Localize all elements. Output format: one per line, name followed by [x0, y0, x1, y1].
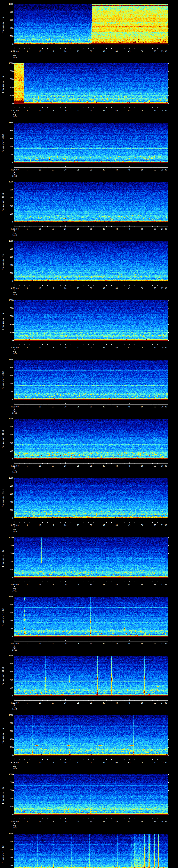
- x-tick-label: 10: [36, 50, 43, 53]
- x-axis-minor-tick: [109, 463, 109, 464]
- x-axis-minor-tick: [37, 404, 37, 404]
- x-axis-major-tick: [78, 759, 79, 760]
- x-tick-label: 15: [49, 110, 56, 112]
- y-tick-label: 0: [6, 458, 13, 460]
- x-tick-label: 35: [100, 702, 107, 704]
- x-axis-major-tick: [78, 818, 79, 819]
- x-axis-major-tick: [27, 759, 27, 760]
- y-tick-label: 1000: [6, 477, 13, 479]
- y-tick-label: 600: [6, 612, 13, 614]
- x-axis-minor-tick: [101, 700, 101, 701]
- x-axis-minor-tick: [58, 818, 58, 819]
- x-axis-minor-tick: [35, 700, 35, 701]
- x-axis-minor-tick: [55, 226, 55, 226]
- y-axis-label: Frequency (Hz): [2, 300, 5, 341]
- y-tick-mark-right: [168, 613, 169, 613]
- y-tick-label: 400: [6, 798, 13, 800]
- x-axis-minor-tick: [140, 582, 140, 582]
- y-tick-label: 0: [6, 399, 13, 401]
- x-axis-date-line: 2015: [8, 530, 22, 533]
- x-axis-major-tick: [91, 403, 91, 404]
- x-axis-minor-tick: [55, 759, 55, 760]
- y-axis-label: Frequency (Hz): [2, 4, 5, 44]
- x-axis-minor-tick: [19, 463, 20, 464]
- x-axis-minor-tick: [35, 759, 35, 760]
- y-tick-label: 400: [6, 264, 13, 266]
- x-axis-minor-tick: [132, 344, 132, 345]
- y-tick-mark-right: [168, 63, 169, 64]
- x-axis-minor-tick: [17, 344, 17, 345]
- x-axis-major-tick: [91, 700, 91, 701]
- x-tick-label: 20: [62, 228, 69, 230]
- y-tick-label: 400: [6, 620, 13, 622]
- y-tick-label: 800: [6, 545, 13, 547]
- x-axis-minor-tick: [150, 700, 150, 701]
- x-axis-minor-tick: [19, 759, 20, 760]
- x-axis-minor-tick: [137, 404, 137, 404]
- x-axis-minor-tick: [152, 759, 153, 760]
- x-axis-minor-tick: [109, 759, 109, 760]
- y-tick-mark-right: [168, 849, 169, 850]
- x-axis-minor-tick: [150, 404, 150, 404]
- y-tick-mark-right: [168, 103, 169, 104]
- x-axis-minor-tick: [50, 167, 50, 167]
- x-axis-minor-tick: [157, 641, 158, 641]
- x-axis-minor-tick: [114, 582, 114, 582]
- x-axis-minor-tick: [83, 641, 84, 641]
- x-axis-minor-tick: [93, 344, 94, 345]
- x-axis-minor-tick: [101, 344, 101, 345]
- x-axis-minor-tick: [35, 404, 35, 404]
- x-axis-major-tick: [27, 107, 27, 108]
- x-axis-minor-tick: [83, 48, 84, 49]
- x-axis-minor-tick: [76, 226, 76, 226]
- x-axis-minor-tick: [50, 641, 50, 641]
- x-end-time-label: 26:00: [157, 228, 171, 230]
- x-axis-minor-tick: [35, 285, 35, 286]
- x-tick-label: 45: [126, 346, 133, 349]
- x-axis-minor-tick: [135, 285, 135, 286]
- x-axis-major-tick: [14, 462, 14, 464]
- x-axis-line: [14, 108, 168, 108]
- x-axis-minor-tick: [83, 582, 84, 582]
- x-axis-minor-tick: [70, 522, 71, 523]
- y-tick-mark-right: [168, 308, 169, 309]
- y-tick-mark-right: [168, 494, 169, 494]
- x-tick-label: 40: [113, 702, 120, 704]
- y-tick-label: 600: [6, 256, 13, 258]
- y-tick-label: 800: [6, 307, 13, 309]
- x-axis-minor-tick: [19, 641, 20, 641]
- x-tick-label: 15: [49, 287, 56, 289]
- x-axis-minor-tick: [70, 641, 71, 641]
- x-axis-major-tick: [14, 640, 14, 641]
- x-axis-minor-tick: [76, 107, 76, 108]
- x-axis-major-tick: [14, 581, 14, 582]
- x-tick-label: 25: [75, 584, 82, 586]
- x-axis-minor-tick: [37, 759, 37, 760]
- x-axis-minor-tick: [152, 107, 153, 108]
- y-tick-label: 0: [6, 636, 13, 638]
- x-axis-minor-tick: [127, 700, 127, 701]
- x-axis-major-tick: [155, 344, 155, 345]
- x-axis-minor-tick: [101, 463, 101, 464]
- x-axis-minor-tick: [127, 404, 127, 404]
- x-axis-minor-tick: [127, 522, 127, 523]
- x-axis-minor-tick: [58, 285, 58, 286]
- x-axis-major-tick: [53, 166, 53, 167]
- x-axis-minor-tick: [114, 107, 114, 108]
- x-axis-minor-tick: [140, 759, 140, 760]
- x-axis-minor-tick: [17, 48, 17, 49]
- x-tick-label: 40: [113, 228, 120, 230]
- x-tick-label: 30: [88, 584, 94, 586]
- y-tick-label: 800: [6, 781, 13, 783]
- spectrogram-heatmap: [14, 300, 168, 341]
- x-axis-minor-tick: [135, 522, 135, 523]
- y-tick-label: 1000: [6, 655, 13, 657]
- x-tick-label: 15: [49, 346, 56, 349]
- x-axis-minor-tick: [96, 404, 96, 404]
- x-axis-minor-tick: [152, 522, 153, 523]
- x-axis-minor-tick: [157, 522, 158, 523]
- x-axis-minor-tick: [32, 522, 32, 523]
- x-axis-minor-tick: [101, 522, 101, 523]
- spectrogram-heatmap: [14, 715, 168, 755]
- y-axis-label: Frequency (Hz): [2, 123, 5, 163]
